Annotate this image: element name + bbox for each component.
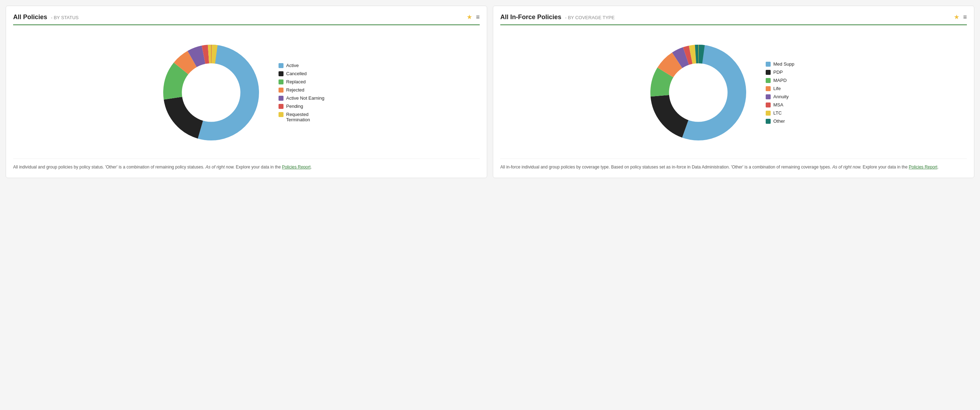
legend-label-pdp: PDP [773, 70, 783, 75]
panel1-legend: Active Cancelled Replaced Rejected Activ… [278, 63, 335, 122]
legend-item-pending: Pending [278, 103, 335, 109]
panel2-subtitle: - BY COVERAGE TYPE [565, 15, 615, 20]
legend-item-requested-termination: RequestedTermination [278, 112, 335, 122]
panel1-actions: ★ ≡ [466, 13, 480, 21]
donut-hole [182, 64, 240, 122]
legend-label-life: Life [773, 86, 781, 91]
panel2-title: All In-Force Policies [500, 13, 561, 21]
legend-item-msa: MSA [766, 102, 822, 108]
panel2-star-icon[interactable]: ★ [954, 13, 959, 21]
panel2-header: All In-Force Policies - BY COVERAGE TYPE… [500, 13, 967, 25]
panel2-legend: Med Supp PDP MAPD Life Annuity MSA [766, 61, 822, 124]
legend-swatch-annuity [766, 94, 771, 99]
legend-label-active: Active [286, 63, 299, 68]
legend-item-mapd: MAPD [766, 78, 822, 83]
panel2-chart-area: Med Supp PDP MAPD Life Annuity MSA [500, 32, 967, 153]
legend-item-pdp: PDP [766, 70, 822, 75]
panel2-footer-text: All in-force individual and group polici… [500, 165, 939, 170]
legend-label-other: Other [773, 118, 785, 124]
legend-item-active: Active [278, 63, 335, 68]
legend-label-requested-termination: RequestedTermination [286, 112, 310, 122]
legend-label-mapd: MAPD [773, 78, 787, 83]
legend-label-msa: MSA [773, 102, 783, 108]
legend-swatch-pdp [766, 70, 771, 75]
panel1-header: All Policies - BY STATUS ★ ≡ [13, 13, 480, 25]
legend-label-medsupp: Med Supp [773, 61, 794, 67]
legend-swatch-active [278, 63, 283, 68]
panel2-donut [645, 40, 751, 146]
legend-swatch-rejected [278, 87, 283, 92]
legend-swatch-other [766, 119, 771, 124]
panel2-title-area: All In-Force Policies - BY COVERAGE TYPE [500, 13, 614, 21]
legend-item-medsupp: Med Supp [766, 61, 822, 67]
panel2-footer-link[interactable]: Policies Report [909, 165, 937, 170]
legend-label-pending: Pending [286, 103, 303, 109]
legend-swatch-cancelled [278, 71, 283, 76]
panel1-title: All Policies [13, 13, 47, 21]
donut-hole-2 [669, 64, 727, 122]
legend-item-cancelled: Cancelled [278, 71, 335, 76]
panel1-chart-area: Active Cancelled Replaced Rejected Activ… [13, 32, 480, 153]
panel1-footer-link[interactable]: Policies Report [282, 165, 311, 170]
panel-all-policies: All Policies - BY STATUS ★ ≡ [6, 6, 487, 178]
panel1-footer-text: All individual and group policies by pol… [13, 165, 312, 170]
legend-label-cancelled: Cancelled [286, 71, 307, 76]
legend-item-life: Life [766, 86, 822, 91]
legend-label-ltc: LTC [773, 110, 782, 116]
legend-swatch-requested-termination [278, 112, 283, 117]
legend-item-replaced: Replaced [278, 79, 335, 84]
panel2-donut-svg [645, 40, 751, 146]
legend-label-replaced: Replaced [286, 79, 306, 84]
panel1-donut-svg [158, 40, 264, 146]
panel1-donut [158, 40, 264, 146]
legend-swatch-mapd [766, 78, 771, 83]
panel2-footer: All in-force individual and group polici… [500, 159, 967, 171]
panel2-menu-icon[interactable]: ≡ [963, 13, 967, 21]
legend-swatch-replaced [278, 79, 283, 84]
panel1-star-icon[interactable]: ★ [466, 13, 472, 21]
panel1-title-area: All Policies - BY STATUS [13, 13, 79, 21]
legend-swatch-active-not-earning [278, 96, 283, 101]
legend-label-annuity: Annuity [773, 94, 789, 99]
panel1-subtitle: - BY STATUS [51, 15, 79, 20]
legend-item-other: Other [766, 118, 822, 124]
legend-swatch-msa [766, 103, 771, 108]
panel1-menu-icon[interactable]: ≡ [476, 13, 480, 21]
legend-item-ltc: LTC [766, 110, 822, 116]
panel1-footer: All individual and group policies by pol… [13, 159, 480, 171]
panel-in-force-policies: All In-Force Policies - BY COVERAGE TYPE… [493, 6, 974, 178]
legend-item-rejected: Rejected [278, 87, 335, 92]
legend-swatch-medsupp [766, 62, 771, 67]
panel2-actions: ★ ≡ [954, 13, 967, 21]
legend-label-active-not-earning: Active Not Earning [286, 95, 325, 101]
legend-swatch-life [766, 86, 771, 91]
legend-swatch-ltc [766, 111, 771, 116]
legend-item-active-not-earning: Active Not Earning [278, 95, 335, 101]
legend-swatch-pending [278, 104, 283, 109]
legend-item-annuity: Annuity [766, 94, 822, 99]
legend-label-rejected: Rejected [286, 87, 304, 92]
